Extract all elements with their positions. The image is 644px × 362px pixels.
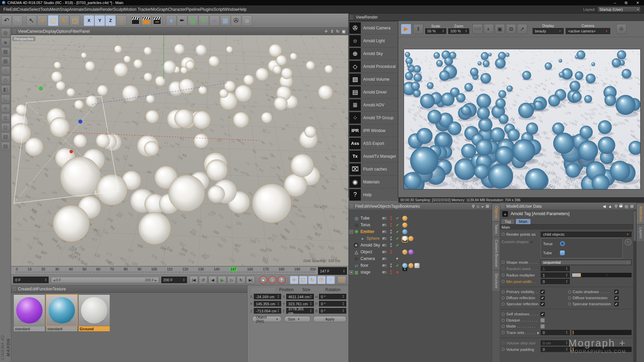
panel-grip[interactable] xyxy=(12,287,16,291)
enabled-check[interactable] xyxy=(396,223,399,227)
coord-mode-select[interactable]: Object (Rel)▾ xyxy=(252,316,281,322)
visibility-dots[interactable] xyxy=(390,223,392,227)
menu-item[interactable]: Mesh xyxy=(50,7,59,12)
arnold-aov-item[interactable]: ≣ Arnold AOV xyxy=(349,99,398,111)
layer-chip[interactable] xyxy=(382,244,387,247)
anim-dot[interactable] xyxy=(502,325,505,328)
checkbox[interactable] xyxy=(540,302,545,306)
toolbar-icon[interactable] xyxy=(163,15,166,26)
pan-view-icon[interactable]: ✛ xyxy=(324,29,328,34)
phong-tag[interactable] xyxy=(402,236,407,241)
anim-dot[interactable] xyxy=(502,313,505,316)
display-select[interactable]: beauty▼ xyxy=(533,28,564,34)
layer-chip[interactable] xyxy=(382,264,387,267)
attribute-menu-item[interactable]: Mode xyxy=(506,204,516,209)
range-start-field[interactable]: 0 F▲▼ xyxy=(13,277,49,283)
lock-workplane-icon[interactable]: ▧ xyxy=(1,132,10,141)
material-standard-purple[interactable]: standard xyxy=(14,295,45,331)
material-ground[interactable]: Ground xyxy=(79,295,110,331)
panel-grip[interactable] xyxy=(350,15,353,20)
texture-tag[interactable] xyxy=(402,229,407,234)
material-label[interactable]: Ground xyxy=(79,326,110,331)
object-row-object[interactable]: △ Object xyxy=(348,249,492,255)
snapshot-icon[interactable]: ✇ xyxy=(616,24,626,34)
layout-select[interactable]: Startup (User)▾ xyxy=(597,6,641,12)
object-manager-menu-item[interactable]: Bookmarks xyxy=(400,204,420,209)
object-row-torus[interactable]: ◎ Torus xyxy=(348,222,492,228)
edges-mode-icon[interactable]: ◇ xyxy=(1,76,10,84)
attribute-menu-item[interactable]: User Data xyxy=(524,204,542,209)
object-manager-menu-item[interactable]: Edit xyxy=(361,204,369,209)
anim-dot[interactable] xyxy=(502,319,505,322)
material-menu-item[interactable]: Function xyxy=(37,287,53,291)
checkbox[interactable] xyxy=(614,302,619,306)
object-manager-menu-item[interactable]: File xyxy=(355,204,361,209)
asset-tx-manager-item[interactable]: Tx Asset/Tx Manager xyxy=(349,150,398,162)
goto-end-button[interactable]: ▶| xyxy=(246,276,255,284)
rotation-b-field[interactable]: 0 °▲▼ xyxy=(319,308,346,314)
primitive-cube-icon[interactable]: ■ xyxy=(166,15,177,26)
deformer-icon[interactable]: ◗ xyxy=(209,15,220,26)
menu-item[interactable]: Select xyxy=(29,7,40,12)
object-row-emitter[interactable]: ❋ Emitter xyxy=(348,228,492,235)
toolbar-icon[interactable] xyxy=(127,15,130,26)
enabled-check[interactable] xyxy=(396,236,399,241)
render-image-canvas[interactable] xyxy=(404,49,641,189)
panel-grip[interactable] xyxy=(350,204,353,209)
scale-field[interactable]: 55 %▲▼ xyxy=(425,28,446,34)
layer-chip[interactable] xyxy=(382,230,387,233)
menu-item[interactable]: File xyxy=(3,7,10,12)
checkbox[interactable] xyxy=(540,290,545,294)
record-keyframe-button[interactable]: ● xyxy=(259,276,267,284)
size-x-field[interactable]: 4611.144 cm▲▼ xyxy=(286,294,314,300)
attr-back-icon[interactable]: ◀ xyxy=(603,204,606,209)
object-row-stage[interactable]: ▦ stage xyxy=(348,269,492,276)
custom-shape-row[interactable]: Tube xyxy=(543,249,620,257)
side-tab[interactable]: Attributes xyxy=(637,204,644,224)
rotate-view-icon[interactable]: ↻ xyxy=(336,29,340,34)
timeline-ruler[interactable]: 0102030405060708090100110120130140147160… xyxy=(11,266,348,275)
layer-chip[interactable] xyxy=(382,271,387,274)
side-tab[interactable]: Objects xyxy=(492,204,500,221)
zoom-field[interactable]: 100 %▲▼ xyxy=(448,28,469,34)
texture-mode-icon[interactable]: ▩ xyxy=(1,47,10,56)
render-view-tab[interactable]: Render xyxy=(365,15,378,20)
checkbox[interactable] xyxy=(540,318,545,322)
frame-region-button[interactable]: ▣ xyxy=(495,24,505,34)
side-tab[interactable]: Content Browser xyxy=(492,237,500,270)
layer-chip[interactable] xyxy=(382,251,387,254)
menu-item[interactable]: Script xyxy=(213,7,224,12)
scrollbar[interactable] xyxy=(633,210,636,362)
ipr-window-item[interactable]: IPR IPR Window xyxy=(349,124,398,137)
anim-dot[interactable] xyxy=(502,290,505,293)
spline-pen-icon[interactable]: ✒ xyxy=(177,15,187,26)
keyframe-panel-icon[interactable]: ▤ xyxy=(337,276,346,284)
menu-item[interactable]: Simulate xyxy=(84,7,100,12)
trace-sets-field[interactable]: 0▲▼ xyxy=(541,330,570,335)
kf-rotation-icon[interactable]: ↻ xyxy=(308,276,317,284)
restore-button[interactable]: ⧉ xyxy=(625,1,627,5)
visibility-dots[interactable] xyxy=(390,230,392,234)
kf-pla-icon[interactable]: ⁘ xyxy=(326,276,335,284)
next-frame-button[interactable]: ▷ xyxy=(227,276,236,284)
anim-dot[interactable] xyxy=(502,303,505,306)
om-home-icon[interactable]: ⌂ xyxy=(477,204,479,209)
environment-icon[interactable]: ▦ xyxy=(220,15,231,26)
compositing-tag[interactable] xyxy=(402,263,407,268)
ass-export-item[interactable]: Ass ASS Export xyxy=(349,137,398,150)
radius-multiplier-slider[interactable] xyxy=(572,273,632,277)
position-y-field[interactable]: 145.355 cm▲▼ xyxy=(254,301,281,307)
mograph-icon[interactable]: ❖ xyxy=(198,15,209,26)
arnold-tp-group-item[interactable]: ⁘ Arnold TP Group xyxy=(349,111,398,124)
layer-chip[interactable] xyxy=(382,257,387,260)
visibility-dots[interactable] xyxy=(390,216,392,220)
om-search-icon[interactable]: ⚲ xyxy=(472,204,475,209)
play-button[interactable]: ▶ xyxy=(218,276,226,284)
toolbar-icon[interactable] xyxy=(80,15,83,26)
volume-padding-input[interactable] xyxy=(572,347,632,352)
workplane-mode-icon[interactable]: ▦ xyxy=(1,57,10,66)
menu-item[interactable]: Snap xyxy=(60,7,69,12)
menu-item[interactable]: Pipeline xyxy=(186,7,200,12)
menu-item[interactable]: Animate xyxy=(69,7,84,12)
subdivision-surface-icon[interactable]: ▦ xyxy=(188,15,198,26)
